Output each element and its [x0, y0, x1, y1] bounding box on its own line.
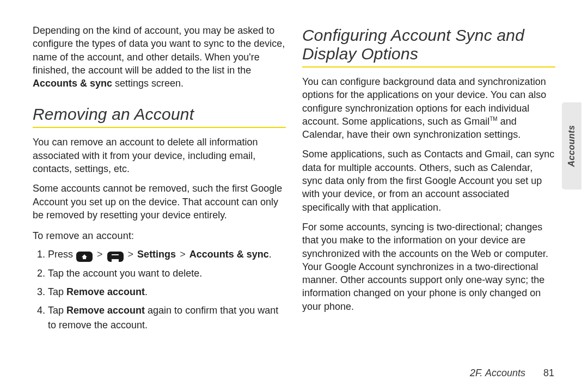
right-p3: For some accounts, syncing is two-direct… [302, 220, 555, 313]
menu-key-icon [107, 252, 124, 262]
right-p2: Some applications, such as Contacts and … [302, 148, 555, 213]
step4-pre: Tap [48, 305, 66, 316]
home-key-icon [76, 252, 93, 262]
section-side-tab: Accounts [562, 102, 581, 189]
manual-page: Accounts Depending on the kind of accoun… [0, 0, 588, 392]
side-tab-label: Accounts [567, 125, 577, 167]
step4-bold: Remove account [66, 305, 145, 316]
page-number: 81 [543, 367, 554, 378]
intro-pre: Depending on the kind of account, you ma… [33, 25, 285, 76]
left-p1: You can remove an account to delete all … [33, 136, 286, 175]
step-3: Tap Remove account. [48, 285, 286, 299]
right-column: Configuring Account Sync and Display Opt… [302, 24, 555, 336]
heading-removing-account: Removing an Account [33, 105, 286, 124]
page-footer: 2F. Accounts 81 [470, 367, 554, 379]
step3-bold: Remove account [66, 286, 145, 297]
heading-configuring-sync: Configuring Account Sync and Display Opt… [302, 26, 555, 63]
step3-post: . [145, 286, 148, 297]
step1-accounts: Accounts & sync [189, 249, 269, 260]
trademark-icon: TM [489, 116, 497, 122]
footer-section: 2F. Accounts [470, 367, 525, 378]
step1-period: . [269, 249, 272, 260]
intro-bold: Accounts & sync [33, 78, 112, 89]
two-column-layout: Depending on the kind of account, you ma… [33, 24, 555, 336]
intro-paragraph: Depending on the kind of account, you ma… [33, 24, 286, 90]
subhead-to-remove: To remove an account: [33, 230, 286, 242]
chevron-right-icon: > [180, 247, 186, 261]
left-column: Depending on the kind of account, you ma… [33, 24, 286, 336]
step-1: Press > > Settings > Accounts & sync. [48, 247, 286, 262]
chevron-right-icon: > [97, 247, 103, 261]
step-4: Tap Remove account again to confirm that… [48, 303, 286, 332]
intro-post: settings screen. [112, 78, 183, 89]
step1-settings: Settings [137, 249, 176, 260]
heading-rule [33, 127, 286, 128]
step-2: Tap the account you want to delete. [48, 266, 286, 280]
step1-pre: Press [48, 249, 76, 260]
steps-list: Press > > Settings > Accounts & sync. Ta… [36, 247, 286, 332]
chevron-right-icon: > [128, 247, 134, 261]
left-p2: Some accounts cannot be removed, such th… [33, 182, 286, 222]
right-p1: You can configure background data and sy… [302, 75, 555, 141]
heading-rule [302, 66, 555, 68]
step3-pre: Tap [48, 286, 66, 297]
